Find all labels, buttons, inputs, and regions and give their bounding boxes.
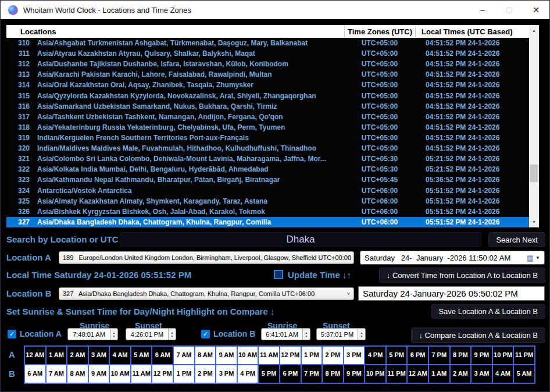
grid-row-b: 6 AM7 AM8 AM9 AM10 AM11 AM12 PM1 PM2 PM3… — [25, 365, 534, 383]
table-row[interactable]: 325Asia/Almaty Kazakhstan Almaty, Shymke… — [6, 196, 529, 206]
row-localtime: 04:51:52 PM 24-1-2026 — [415, 134, 529, 142]
table-row[interactable]: 320Indian/Maldives Maldives Male, Fuvahm… — [6, 143, 529, 154]
row-number: 310 — [6, 39, 30, 47]
location-b-datetime-field[interactable]: Saturday 24-January-2026 05:50:02 PM — [358, 286, 545, 301]
scroll-down-icon[interactable]: ▼ — [529, 217, 539, 227]
location-a-check-label: Location A — [20, 329, 62, 338]
row-timezone: UTC+06:00 — [344, 187, 415, 195]
location-a-combobox[interactable]: 189 Europe/London United Kingdom London,… — [59, 251, 354, 264]
row-localtime: 05:51:52 PM 24-1-2026 — [415, 218, 529, 226]
locations-list: 310Asia/Ashgabat Turkmenistan Ashgabat, … — [6, 38, 529, 227]
row-localtime: 05:51:52 PM 24-1-2026 — [415, 197, 529, 205]
hour-cell: 2 PM — [195, 365, 216, 383]
table-row[interactable]: 327Asia/Dhaka Bangladesh Dhaka, Chattogr… — [6, 217, 529, 227]
column-header-timezones[interactable]: Time Zones (UTC) — [344, 25, 415, 38]
hour-cell: 10 AM — [238, 347, 258, 364]
location-b-check-label: Location B — [213, 329, 255, 338]
row-localtime: 04:51:52 PM 24-1-2026 — [415, 39, 529, 47]
row-location: Asia/Dushanbe Tajikistan Dushanbe, Isfar… — [30, 60, 344, 68]
table-row[interactable]: 318Asia/Yekaterinburg Russia Yekaterinbu… — [6, 122, 529, 133]
table-row[interactable]: 321Asia/Colombo Sri Lanka Colombo, Dehiw… — [6, 154, 529, 164]
window-controls: – ▢ ✕ — [469, 1, 549, 19]
hour-cell: 9 PM — [472, 347, 492, 364]
update-time-checkbox[interactable] — [274, 270, 283, 279]
row-timezone: UTC+05:00 — [344, 113, 415, 121]
hour-cell: 4 AM — [493, 365, 513, 383]
table-row[interactable]: 313Asia/Karachi Pakistan Karachi, Lahore… — [6, 69, 529, 80]
table-row[interactable]: 322Asia/Kolkata India Mumbai, Delhi, Ben… — [6, 164, 529, 174]
spinner-arrows-icon[interactable]: ▲▼ — [358, 329, 365, 340]
hour-cell: 8 PM — [451, 347, 471, 364]
minimize-button[interactable]: – — [469, 1, 496, 19]
spinner-arrows-icon[interactable]: ▲▼ — [302, 329, 310, 340]
table-row[interactable]: 311Asia/Atyrau Kazakhstan Atyrau, Qulsar… — [6, 48, 529, 59]
save-locations-button[interactable]: Save Location A & Location B — [431, 304, 545, 319]
hour-cell: 4 AM — [110, 347, 130, 364]
location-b-checkbox[interactable]: ✓ — [201, 330, 210, 338]
table-row[interactable]: 317Asia/Tashkent Uzbekistan Tashkent, Na… — [6, 112, 529, 122]
convert-time-button[interactable]: ↓ Convert Time from Location A to Locati… — [379, 268, 545, 283]
row-location: Asia/Kathmandu Nepal Kathmandu, Bharatpu… — [30, 176, 344, 184]
hour-cell: 1 PM — [174, 365, 194, 383]
row-number: 318 — [6, 123, 30, 131]
row-timezone: UTC+06:00 — [344, 197, 415, 205]
hour-cell: 3 AM — [89, 347, 109, 364]
row-localtime: 04:51:52 PM 24-1-2026 — [415, 144, 529, 152]
hour-cell: 5 AM — [514, 365, 534, 383]
table-row[interactable]: 323Asia/Kathmandu Nepal Kathmandu, Bhara… — [6, 174, 529, 185]
spinner-arrows-icon[interactable]: ▲▼ — [168, 329, 176, 340]
row-localtime: 04:51:52 PM 24-1-2026 — [415, 102, 529, 111]
hour-cell: 1 AM — [429, 365, 449, 383]
grid-row-b-label: B — [9, 369, 15, 379]
search-next-button[interactable]: Search Next — [488, 232, 545, 247]
location-b-sunrise-value: 6:41:01 AM — [262, 331, 302, 338]
column-header-localtimes[interactable]: Local Times (UTC Based) — [415, 25, 529, 38]
column-header-locations[interactable]: Locations — [6, 25, 344, 38]
location-a-sunset-spinner[interactable]: 4:26:01 PM ▲▼ — [126, 328, 176, 340]
row-timezone: UTC+05:00 — [344, 81, 415, 89]
spinner-arrows-icon[interactable]: ▲▼ — [110, 329, 117, 340]
location-a-sunrise-spinner[interactable]: 7:48:01 AM ▲▼ — [67, 328, 118, 340]
maximize-button[interactable]: ▢ — [496, 1, 523, 19]
close-button[interactable]: ✕ — [523, 1, 549, 19]
row-location: Asia/Dhaka Bangladesh Dhaka, Chattogram,… — [30, 218, 344, 226]
location-b-sunrise-spinner[interactable]: 6:41:01 AM ▲▼ — [261, 328, 310, 340]
hour-cell: 10 AM — [110, 365, 130, 383]
row-localtime: 04:51:52 PM 24-1-2026 — [415, 113, 529, 121]
location-b-combobox[interactable]: 327 Asia/Dhaka Bangladesh Dhaka, Chattog… — [59, 287, 354, 300]
table-row[interactable]: 315Asia/Qyzylorda Kazakhstan Kyzylorda, … — [6, 91, 529, 101]
table-row[interactable]: 324Antarctica/Vostok AntarcticaUTC+06:00… — [6, 186, 529, 196]
table-row[interactable]: 310Asia/Ashgabat Turkmenistan Ashgabat, … — [6, 38, 529, 48]
row-localtime: 04:51:52 PM 24-1-2026 — [415, 81, 529, 89]
location-b-sunset-spinner[interactable]: 5:37:01 PM ▲▼ — [316, 328, 366, 340]
search-input[interactable]: Dhaka — [120, 232, 481, 247]
row-location: Asia/Qyzylorda Kazakhstan Kyzylorda, Nov… — [30, 92, 344, 100]
row-number: 322 — [6, 165, 30, 173]
hour-cell: 1 PM — [302, 347, 322, 364]
vertical-scrollbar[interactable]: ▲ ▼ — [529, 25, 539, 227]
table-row[interactable]: 316Asia/Samarkand Uzbekistan Samarkand, … — [6, 101, 529, 112]
hour-cell: 7 PM — [429, 347, 449, 364]
row-timezone: UTC+05:00 — [344, 49, 415, 58]
table-row[interactable]: 319Indian/Kerguelen French Southern Terr… — [6, 133, 529, 143]
hour-cell: 10 PM — [365, 365, 385, 383]
row-number: 317 — [6, 113, 30, 121]
row-timezone: UTC+05:00 — [344, 144, 415, 152]
compare-locations-button[interactable]: ↓ Compare Location A & Location B — [411, 327, 545, 343]
row-localtime: 05:21:52 PM 24-1-2026 — [415, 155, 529, 163]
scrollbar-thumb[interactable] — [530, 165, 538, 182]
location-a-datetime-picker[interactable]: Saturday 24- January -2026 11:50:02 AM ▦… — [360, 251, 545, 265]
chevron-down-icon: ˅ — [347, 291, 350, 297]
calendar-dropdown-icon[interactable]: ▼ — [535, 255, 540, 261]
table-row[interactable]: 314Asia/Oral Kazakhstan Oral, Aqsay, Zha… — [6, 80, 529, 90]
table-row[interactable]: 312Asia/Dushanbe Tajikistan Dushanbe, Is… — [6, 59, 529, 69]
table-row[interactable]: 326Asia/Bishkek Kyrgyzstan Bishkek, Osh,… — [6, 206, 529, 217]
row-timezone: UTC+05:00 — [344, 102, 415, 111]
row-timezone: UTC+05:00 — [344, 39, 415, 47]
search-label: Search by Location or UTC — [6, 234, 119, 244]
row-timezone: UTC+06:00 — [344, 208, 415, 216]
row-number: 321 — [6, 155, 30, 163]
hour-cell: 8 AM — [67, 365, 88, 383]
location-a-checkbox[interactable]: ✓ — [8, 330, 16, 338]
scroll-up-icon[interactable]: ▲ — [529, 26, 539, 35]
